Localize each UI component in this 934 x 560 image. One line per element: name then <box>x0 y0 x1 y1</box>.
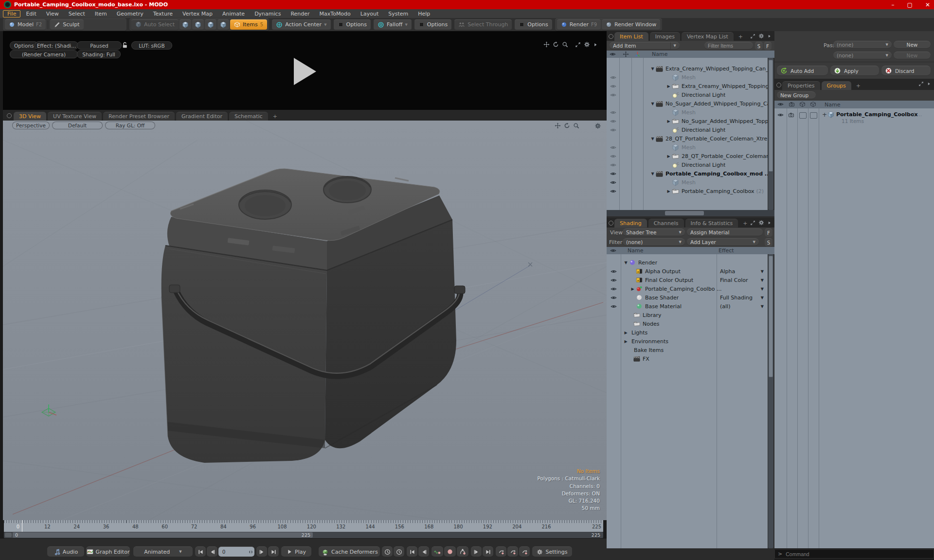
item-row[interactable]: Mesh <box>607 108 768 117</box>
auto-add-button[interactable]: Auto Add <box>777 66 828 76</box>
item-list-hscrollbar[interactable] <box>607 210 774 216</box>
menu-edit[interactable]: Edit <box>21 10 40 18</box>
step-forward-button[interactable] <box>256 546 267 557</box>
pan-icon[interactable] <box>543 41 550 48</box>
lock-icon[interactable] <box>121 41 128 49</box>
shader-label[interactable]: Base Material <box>645 303 682 310</box>
viewport-default-button[interactable]: Default <box>52 122 103 129</box>
item-row[interactable]: Directional Light <box>607 125 768 134</box>
item-row[interactable]: ▶28_QT_Portable_Cooler_Coleman_Xtr... <box>607 152 768 160</box>
sculpt-mode-button[interactable]: Sculpt <box>50 19 83 30</box>
name-column-header[interactable]: Name <box>825 102 840 108</box>
effect-dropdown-arrow[interactable]: ▼ <box>761 269 764 274</box>
command-input[interactable] <box>785 551 923 558</box>
eye-icon[interactable] <box>610 109 616 116</box>
eye-icon[interactable] <box>611 277 617 283</box>
effect-cell[interactable] <box>717 328 768 337</box>
play-overlay-icon[interactable] <box>293 57 317 86</box>
shader-row[interactable]: ▶Portable_Camping_Coolbo ...▼ <box>607 284 768 293</box>
item-row[interactable]: Mesh <box>607 73 768 82</box>
effect-value[interactable]: Alpha <box>717 268 735 275</box>
tree-expand-arrow[interactable]: ▶ <box>629 287 636 291</box>
name-column-header[interactable]: Name <box>652 51 667 57</box>
shader-row[interactable]: Library <box>607 311 768 319</box>
tab-3d-view[interactable]: 3D View <box>14 112 46 121</box>
render-button[interactable]: RenderF9 <box>557 19 601 30</box>
shader-label[interactable]: Final Color Output <box>645 277 693 283</box>
shader-label[interactable]: FX <box>643 356 649 362</box>
menu-dynamics[interactable]: Dynamics <box>250 10 285 18</box>
timeline-ruler[interactable]: 225 012243648607284961081201321441561681… <box>4 520 603 532</box>
tree-expand-arrow[interactable]: ▶ <box>665 119 672 123</box>
item-row[interactable]: ▼Extra_Creamy_Whipped_Topping_Can_ ... <box>607 64 768 73</box>
effect-cell[interactable]: Full Shading▼ <box>717 293 768 302</box>
effect-cell[interactable] <box>717 311 768 319</box>
item-label[interactable]: Directional Light <box>682 162 725 168</box>
effect-dropdown-arrow[interactable]: ▼ <box>761 296 764 300</box>
eye-icon[interactable] <box>610 51 616 57</box>
tab-item-list[interactable]: Item List <box>614 32 648 41</box>
menu-geometry[interactable]: Geometry <box>112 10 148 18</box>
maximize-panel-icon[interactable] <box>750 34 755 39</box>
effect-cell[interactable] <box>717 319 768 328</box>
next-keyframe-button[interactable] <box>483 546 493 557</box>
key-nav-button-2[interactable] <box>507 546 518 557</box>
item-list-f-button[interactable]: F <box>764 42 772 50</box>
eye-cell[interactable] <box>607 179 619 186</box>
tab-add[interactable]: + <box>853 82 864 90</box>
maximize-panel-icon[interactable] <box>750 220 755 226</box>
item-label[interactable]: Mesh <box>682 74 696 81</box>
eye-icon[interactable] <box>777 112 784 118</box>
step-back-button[interactable] <box>207 546 217 557</box>
prev-keyframe-button[interactable] <box>407 546 417 557</box>
action-center-options-button[interactable]: Options <box>334 19 371 30</box>
assign-material-button[interactable]: Assign Material <box>687 228 763 236</box>
eye-icon[interactable] <box>611 286 617 292</box>
shader-row[interactable]: ▶Environments <box>607 337 768 346</box>
tree-collapse-arrow[interactable]: ▼ <box>623 261 629 265</box>
tree-expand-arrow[interactable]: ▶ <box>665 154 672 158</box>
gear-icon[interactable] <box>594 122 601 129</box>
effect-dropdown-arrow[interactable]: ▼ <box>761 287 764 291</box>
effect-value[interactable]: (all) <box>717 303 730 310</box>
prev-key-button[interactable] <box>418 546 429 557</box>
item-list-vscrollbar[interactable] <box>768 58 773 210</box>
tab-groups[interactable]: Groups <box>822 81 851 90</box>
model-mode-button[interactable]: ModelF2 <box>5 19 46 30</box>
current-frame-marker[interactable] <box>22 520 22 532</box>
chevron-right-icon[interactable] <box>927 82 931 86</box>
frame-spinner-icon[interactable] <box>248 549 253 555</box>
effect-column-header[interactable]: Effect <box>718 247 734 254</box>
current-frame-input[interactable] <box>221 548 246 555</box>
frame-field[interactable] <box>218 546 254 557</box>
time-tool-button[interactable] <box>382 546 393 557</box>
menu-select[interactable]: Select <box>64 10 90 18</box>
shader-label[interactable]: Portable_Camping_Coolbo ... <box>645 286 721 292</box>
tab-render-preset-browser[interactable]: Render Preset Browser <box>103 112 175 121</box>
auto-select-button[interactable]: Auto Select <box>131 19 179 30</box>
item-row[interactable]: Mesh <box>607 143 768 152</box>
tree-collapse-arrow[interactable]: ▼ <box>649 102 656 106</box>
effect-dropdown-arrow[interactable]: ▼ <box>761 278 764 282</box>
command-bar[interactable]: > <box>774 549 934 559</box>
passes-dropdown[interactable]: (none)▼ <box>833 52 892 59</box>
eye-icon[interactable] <box>610 247 616 254</box>
item-label[interactable]: Extra_Creamy_Whipped_Topping_Ca ... <box>682 83 768 89</box>
eye-cell[interactable] <box>607 118 619 124</box>
menu-file[interactable]: File <box>3 10 20 18</box>
shader-label[interactable]: Environments <box>631 338 668 345</box>
eye-cell[interactable] <box>607 188 619 194</box>
falloff-button[interactable]: Falloff▼ <box>374 19 412 30</box>
shader-label[interactable]: Base Shader <box>645 295 679 301</box>
item-label[interactable]: Portable_Camping_Coolbox <box>682 188 754 194</box>
eye-icon[interactable] <box>610 127 616 133</box>
shader-row[interactable]: Base ShaderFull Shading▼ <box>607 293 768 302</box>
effect-cell[interactable] <box>717 354 768 363</box>
cube-column-icon[interactable] <box>799 101 806 107</box>
eye-cell[interactable] <box>607 83 619 89</box>
eye-icon[interactable] <box>610 83 616 89</box>
shader-label[interactable]: Render <box>638 260 657 266</box>
tab-add[interactable]: + <box>739 219 751 228</box>
pass-groups-dropdown[interactable]: (none)▼ <box>833 41 892 49</box>
effect-dropdown-arrow[interactable]: ▼ <box>761 304 764 309</box>
